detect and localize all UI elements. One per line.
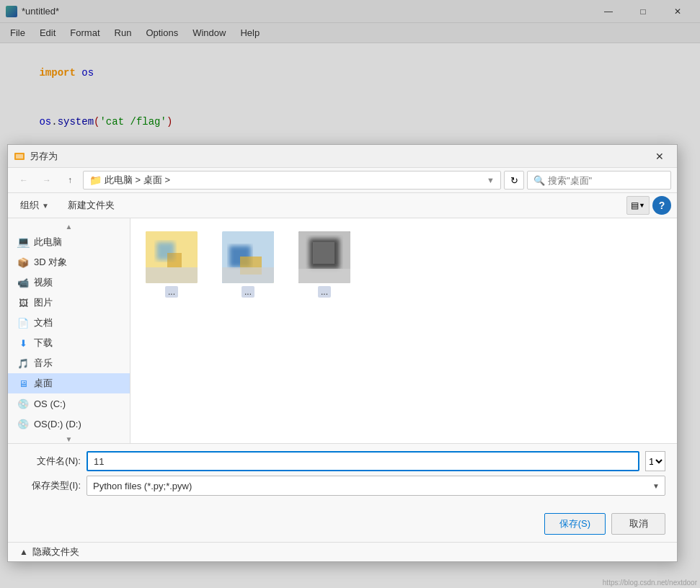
filename-label: 文件名(N): [19, 455, 81, 468]
dialog-title: 另存为 [14, 150, 58, 163]
video-icon: 📹 [17, 276, 30, 289]
dialog-bottom-fields: 文件名(N): 11 保存类型(I): Python files (*.py;*… [8, 443, 677, 507]
svg-rect-5 [146, 267, 198, 283]
disk-c-icon: 💿 [17, 397, 30, 410]
sidebar-label-desktop: 桌面 [34, 377, 53, 390]
save-dialog: 另存为 ✕ ← → ↑ 📁 此电脑 > 桌面 > ▼ ↻ 🔍 组织 ▼ [7, 144, 678, 562]
dialog-files[interactable]: ... [130, 218, 677, 443]
dialog-address-bar: ← → ↑ 📁 此电脑 > 桌面 > ▼ ↻ 🔍 [8, 168, 677, 193]
file-item-1[interactable]: ... [139, 227, 204, 302]
dialog-toolbar: 组织 ▼ 新建文件夹 ▤ ▼ ? [8, 193, 677, 218]
sidebar-label-music: 音乐 [34, 357, 53, 370]
sidebar-label-pc: 此电脑 [34, 236, 62, 249]
sidebar-item-image[interactable]: 🖼 图片 [8, 293, 130, 313]
file-name-1: ... [165, 286, 178, 298]
filetype-row: 保存类型(I): Python files (*.py;*.pyw) ▼ [19, 476, 665, 496]
filename-row: 文件名(N): 11 [19, 451, 665, 471]
svg-rect-13 [298, 269, 350, 283]
dialog-actions: 保存(S) 取消 [8, 507, 677, 542]
hide-folder-chevron-icon: ▲ [19, 547, 28, 557]
music-icon: 🎵 [17, 357, 30, 370]
sidebar-label-doc: 文档 [34, 316, 53, 329]
file-item-2[interactable]: ... [216, 227, 280, 302]
new-folder-button[interactable]: 新建文件夹 [61, 196, 121, 215]
scroll-down-indicator: ▼ [8, 434, 130, 443]
file-thumb-svg-2 [222, 231, 274, 283]
sidebar-item-3d[interactable]: 📦 3D 对象 [8, 252, 130, 272]
file-thumbnail-1 [146, 231, 198, 283]
search-icon: 🔍 [533, 175, 545, 186]
address-path[interactable]: 📁 此电脑 > 桌面 > ▼ [83, 171, 501, 190]
download-icon: ⬇ [17, 337, 30, 349]
svg-rect-1 [16, 154, 23, 159]
view-button[interactable]: ▤ ▼ [626, 196, 650, 215]
up-button[interactable]: ↑ [60, 171, 80, 190]
filetype-label: 保存类型(I): [19, 479, 81, 492]
filetype-select-wrapper: Python files (*.py;*.pyw) ▼ [87, 476, 665, 496]
3d-icon: 📦 [17, 256, 30, 269]
file-name-3: ... [318, 286, 331, 298]
disk-d-icon: 💿 [17, 417, 30, 430]
file-thumb-svg-3 [298, 231, 350, 283]
sidebar-item-doc[interactable]: 📄 文档 [8, 313, 130, 333]
watermark: https://blog.csdn.net/nextdoor [603, 579, 697, 587]
sidebar-item-c[interactable]: 💿 OS (C:) [8, 393, 130, 414]
svg-rect-4 [167, 253, 182, 267]
sidebar-item-d[interactable]: 💿 OS(D:) (D:) [8, 414, 130, 434]
sidebar-label-c: OS (C:) [34, 398, 66, 409]
toolbar-right: ▤ ▼ ? [626, 196, 671, 215]
help-button[interactable]: ? [652, 196, 671, 215]
sidebar-label-video: 视频 [34, 276, 53, 289]
dialog-close-button[interactable]: ✕ [648, 148, 671, 165]
sidebar-item-video[interactable]: 📹 视频 [8, 272, 130, 293]
dialog-title-bar: 另存为 ✕ [8, 145, 677, 168]
sidebar-item-download[interactable]: ⬇ 下载 [8, 333, 130, 353]
path-folder-icon: 📁 [89, 174, 102, 186]
file-thumbnail-2 [222, 231, 274, 283]
sidebar-item-pc[interactable]: 💻 此电脑 [8, 232, 130, 252]
file-name-2: ... [242, 286, 254, 298]
cancel-button[interactable]: 取消 [611, 513, 665, 535]
sidebar-label-download: 下载 [34, 337, 53, 349]
save-button[interactable]: 保存(S) [544, 513, 606, 535]
hide-folder-text[interactable]: 隐藏文件夹 [32, 545, 79, 558]
sidebar-label-3d: 3D 对象 [34, 256, 67, 269]
back-button[interactable]: ← [14, 171, 34, 190]
filename-input[interactable] [87, 451, 639, 471]
dialog-title-icon [14, 151, 25, 162]
file-thumbnail-3 [298, 231, 350, 283]
path-text: 此电脑 > 桌面 > [105, 174, 170, 187]
filename-dropdown[interactable]: 11 [645, 451, 665, 471]
forward-button[interactable]: → [37, 171, 57, 190]
file-item-3[interactable]: ... [292, 227, 357, 302]
search-input[interactable] [548, 175, 665, 186]
sidebar-item-desktop[interactable]: 🖥 桌面 [8, 373, 130, 393]
organize-button[interactable]: 组织 ▼ [14, 196, 56, 215]
sidebar-label-image: 图片 [34, 296, 53, 309]
refresh-button[interactable]: ↻ [504, 171, 524, 190]
organize-chevron-icon: ▼ [42, 202, 49, 210]
svg-rect-12 [313, 242, 335, 264]
filetype-select[interactable]: Python files (*.py;*.pyw) [87, 476, 665, 496]
file-thumb-svg-1 [146, 231, 198, 283]
editor-window: *untitled* — □ ✕ File Edit Format Run Op… [0, 0, 700, 588]
scroll-up-indicator: ▲ [8, 221, 130, 232]
dialog-title-text: 另存为 [30, 150, 58, 163]
dialog-sidebar: ▲ 💻 此电脑 📦 3D 对象 📹 视频 🖼 图片 [8, 218, 130, 443]
svg-rect-9 [222, 267, 274, 283]
dialog-footer: ▲ 隐藏文件夹 [8, 542, 677, 561]
path-dropdown-icon: ▼ [487, 176, 495, 184]
sidebar-label-d: OS(D:) (D:) [34, 419, 81, 429]
new-folder-label: 新建文件夹 [68, 199, 115, 212]
sidebar-item-music[interactable]: 🎵 音乐 [8, 353, 130, 373]
desktop-icon: 🖥 [17, 377, 30, 390]
image-icon: 🖼 [17, 296, 30, 309]
pc-icon: 💻 [17, 236, 30, 249]
search-box[interactable]: 🔍 [527, 171, 671, 190]
dialog-body: ▲ 💻 此电脑 📦 3D 对象 📹 视频 🖼 图片 [8, 218, 677, 443]
doc-icon: 📄 [17, 316, 30, 329]
organize-label: 组织 [20, 199, 39, 212]
